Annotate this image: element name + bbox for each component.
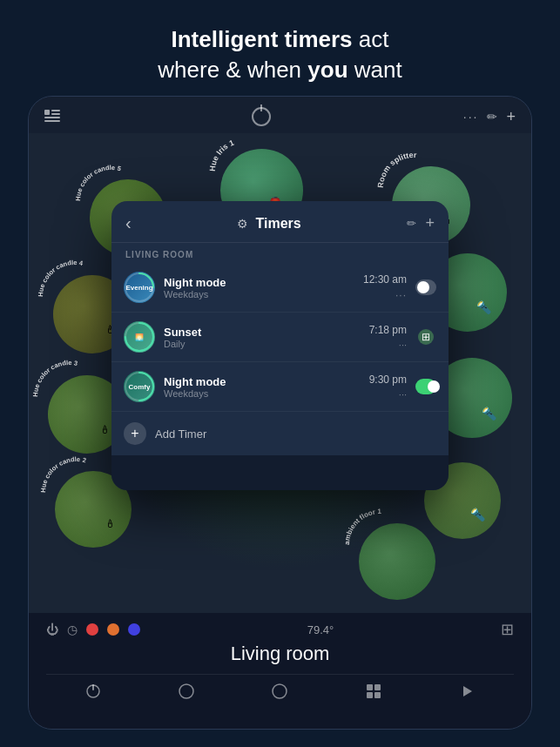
nav-grid[interactable] <box>362 680 385 703</box>
color-circle-red[interactable] <box>86 623 98 636</box>
add-timer-icon: + <box>124 422 146 445</box>
bottom-nav <box>46 674 514 703</box>
svg-text:ambient floor 1: ambient floor 1 <box>343 508 382 545</box>
add-timer-label: Add Timer <box>155 427 206 441</box>
panel-title: Timers <box>255 216 300 232</box>
color-circle-blue[interactable] <box>128 623 140 636</box>
device-topbar: ··· ✏ + <box>29 97 531 133</box>
svg-rect-0 <box>44 110 50 115</box>
panel-plus-icon[interactable]: + <box>425 214 435 232</box>
timer-toggle-1[interactable] <box>415 277 436 298</box>
svg-text:Hue Iris 1: Hue Iris 1 <box>208 138 235 172</box>
timer-badge-icon: ⊞ <box>418 329 434 345</box>
svg-rect-22 <box>367 684 373 690</box>
timer-toggle-3[interactable] <box>415 376 436 397</box>
svg-point-20 <box>179 684 193 698</box>
room-icons: ⏻ ◷ <box>46 622 140 636</box>
svg-point-21 <box>273 684 287 698</box>
timer-item-2[interactable]: 🌅 Sunset Daily 7:18 pm ··· ⊞ <box>111 313 449 362</box>
room-grid-icon[interactable]: ⊞ <box>501 620 514 639</box>
timer-badge-2[interactable]: ⊞ <box>415 326 436 347</box>
topbar-center <box>252 107 271 126</box>
timer-item-3[interactable]: Comfy Night mode Weekdays 9:30 pm ··· <box>111 362 449 412</box>
power-icon-center[interactable] <box>252 107 271 126</box>
room-name: Living room <box>46 643 514 665</box>
toggle-1[interactable] <box>415 279 436 295</box>
svg-rect-1 <box>51 110 60 111</box>
topbar-right: ··· ✏ + <box>463 108 516 126</box>
svg-text:Hue color candle 3: Hue color candle 3 <box>31 359 78 397</box>
device-bottombar: ⏻ ◷ 79.4° ⊞ Living room <box>29 613 531 729</box>
svg-marker-26 <box>463 686 472 697</box>
timer-info-3: Night mode Weekdays <box>164 375 361 399</box>
nav-play[interactable] <box>455 680 478 703</box>
panel-settings-icon[interactable]: ⚙ <box>237 217 248 231</box>
panel-back-button[interactable]: ‹ <box>125 213 132 233</box>
add-timer-button[interactable]: + Add Timer <box>111 412 449 455</box>
nav-home[interactable] <box>175 680 198 703</box>
toggle-3[interactable] <box>415 379 436 394</box>
svg-rect-23 <box>374 684 381 690</box>
timer-item-1[interactable]: Evening Night mode Weekdays 12:30 am ··· <box>111 263 449 313</box>
add-icon-topbar[interactable]: + <box>506 108 516 126</box>
panel-footer <box>111 455 449 490</box>
timer-icon-room[interactable]: ◷ <box>67 622 78 636</box>
color-circle-orange[interactable] <box>107 623 119 636</box>
header-line2: where & when you want <box>158 57 401 83</box>
topbar-left <box>44 110 60 124</box>
timer-avatar-3: Comfy <box>124 371 155 402</box>
device-frame: ··· ✏ + Hue Iris 1 🏮 Room splitter <box>28 96 532 730</box>
svg-rect-4 <box>44 120 60 122</box>
timer-info-2: Sunset Daily <box>164 326 361 349</box>
header-line1: Intelligent timers act <box>172 26 389 52</box>
header: Intelligent timers act where & when you … <box>0 0 560 96</box>
svg-rect-2 <box>51 113 60 115</box>
nav-power[interactable] <box>82 680 105 703</box>
svg-rect-25 <box>374 692 381 698</box>
svg-text:Hue color candle 5: Hue color candle 5 <box>74 164 122 201</box>
topbar-dots-icon[interactable]: ··· <box>463 110 479 124</box>
timer-avatar-1: Evening <box>124 272 155 303</box>
sidebar-toggle-icon[interactable] <box>44 110 60 124</box>
device-ambient-floor[interactable]: ambient floor 1 <box>359 523 435 600</box>
room-controls: ⏻ ◷ 79.4° ⊞ <box>46 620 514 639</box>
svg-text:Hue color candle 2: Hue color candle 2 <box>39 455 87 493</box>
svg-text:Room splitter: Room splitter <box>376 151 417 188</box>
timer-avatar-2: 🌅 <box>124 321 155 353</box>
timer-panel: ‹ ⚙ Timers ✏ + LIVING ROOM Evening Night… <box>111 201 449 490</box>
panel-section-label: LIVING ROOM <box>111 243 449 263</box>
svg-rect-24 <box>367 692 373 698</box>
room-temp: 79.4° <box>307 623 334 636</box>
panel-header: ‹ ⚙ Timers ✏ + <box>111 201 449 243</box>
timer-info-1: Night mode Weekdays <box>164 276 354 299</box>
power-icon-room[interactable]: ⏻ <box>46 622 58 636</box>
svg-rect-3 <box>44 117 60 118</box>
panel-edit-icon[interactable]: ✏ <box>407 217 416 230</box>
nav-circle[interactable] <box>268 680 291 703</box>
svg-text:Hue color candle 4: Hue color candle 4 <box>37 259 84 297</box>
edit-icon[interactable]: ✏ <box>487 110 497 124</box>
